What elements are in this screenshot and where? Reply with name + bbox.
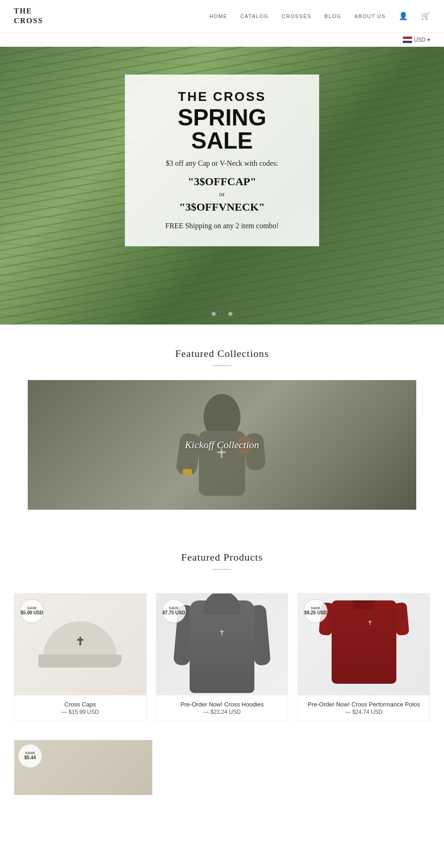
dot-3[interactable] [228, 312, 233, 316]
hoodie-body: ✝ [190, 600, 254, 693]
save-label-partial: SAVE [25, 751, 35, 756]
hero-banner: THE CROSS SPRING SALE $3 off any Cap or … [0, 47, 444, 325]
hero-title: SPRING SALE [147, 106, 297, 152]
dot-1[interactable] [211, 312, 216, 316]
cart-icon[interactable]: 🛒 [421, 12, 430, 20]
flag-icon [403, 37, 412, 43]
save-amount-partial: $5.44 [24, 755, 36, 761]
featured-collections-title: Featured Collections [0, 348, 444, 360]
svg-rect-6 [217, 451, 226, 453]
cap-shape: ✝ [43, 621, 117, 668]
save-badge-partial: SAVE $5.44 [18, 744, 42, 768]
cap-brim [38, 655, 122, 668]
product-price-polos: — $24.74 USD [303, 709, 424, 715]
currency-selector[interactable]: USD ▾ [403, 37, 430, 43]
product-card-hoodies[interactable]: SAVE $7.75 USD ✝ Pre-Order Now! Cro [156, 593, 289, 721]
featured-products-title: Featured Products [0, 551, 444, 563]
hero-or: or [147, 190, 297, 198]
nav-about[interactable]: ABOUT US [354, 13, 386, 19]
account-icon[interactable]: 👤 [399, 12, 408, 20]
svg-rect-7 [183, 469, 192, 475]
product-card-caps[interactable]: SAVE $5.00 USD ✝ Cross Caps — $15.99 USD [14, 593, 147, 721]
hoodie-hood [204, 593, 240, 614]
hero-free-shipping: FREE Shipping on any 2 item combo! [147, 220, 297, 231]
nav-blog[interactable]: BLOG [324, 13, 341, 19]
polo-body: ✝ [332, 600, 396, 684]
products-divider [213, 569, 231, 570]
polo-collar [352, 600, 376, 610]
save-amount-caps: $5.00 USD [21, 610, 43, 616]
hero-dots [211, 312, 233, 316]
featured-products-header: Featured Products [0, 528, 444, 584]
product-info-hoodies: Pre-Order Now! Cross Hoodies — $23.24 US… [156, 695, 288, 721]
hero-brand: THE CROSS [147, 89, 297, 104]
site-logo[interactable]: THE CROSS [14, 6, 43, 26]
product-info-caps: Cross Caps — $15.99 USD [14, 695, 146, 721]
polo-cross-symbol: ✝ [367, 619, 373, 627]
save-label-polo: SAVE [311, 606, 321, 611]
partial-product-card[interactable]: SAVE $5.44 [14, 740, 153, 795]
product-price-hoodies: — $23.24 USD [162, 709, 283, 715]
chevron-down-icon: ▾ [427, 37, 430, 43]
product-card-polos[interactable]: SAVE $8.25 USD ✝ Pre-Order Now! Cro [297, 593, 430, 721]
products-grid-container: SAVE $5.00 USD ✝ Cross Caps — $15.99 USD [0, 593, 444, 740]
save-badge-polos: SAVE $8.25 USD [303, 599, 327, 623]
hero-subtitle: $3 off any Cap or V-Neck with codes: [147, 158, 297, 169]
save-amount-hoodies: $7.75 USD [162, 610, 185, 616]
hero-card: THE CROSS SPRING SALE $3 off any Cap or … [125, 75, 319, 247]
product-name-caps: Cross Caps [20, 701, 141, 708]
save-label-hoodie: SAVE [169, 606, 179, 611]
navigation: THE CROSS HOME CATALOG CROSSES BLOG ABOU… [0, 0, 444, 33]
product-name-polos: Pre-Order Now! Cross Performance Polos [303, 701, 424, 708]
featured-collections-header: Featured Collections [0, 325, 444, 380]
save-amount-polos: $8.25 USD [304, 610, 327, 616]
collection-label: Kickoff Collection [185, 439, 259, 451]
section-divider [213, 365, 231, 366]
nav-links: HOME CATALOG CROSSES BLOG ABOUT US 👤 🛒 [210, 12, 430, 20]
nav-catalog[interactable]: CATALOG [240, 13, 269, 19]
collection-banner[interactable]: Kickoff Collection [28, 380, 416, 510]
hero-code2: "3$OFFVNECK" [147, 198, 297, 216]
nav-crosses[interactable]: CROSSES [282, 13, 311, 19]
nav-home[interactable]: HOME [210, 13, 228, 19]
hoodie-cross-symbol: ✝ [219, 628, 225, 637]
products-partial-row: SAVE $5.44 [0, 740, 444, 814]
product-info-polos: Pre-Order Now! Cross Performance Polos —… [298, 695, 430, 721]
save-label: SAVE [27, 606, 37, 611]
hero-code1: "3$OFFCAP" [147, 173, 297, 190]
product-price-caps: — $15.99 USD [20, 709, 141, 715]
product-name-hoodies: Pre-Order Now! Cross Hoodies [162, 701, 283, 708]
products-grid: SAVE $5.00 USD ✝ Cross Caps — $15.99 USD [14, 593, 430, 721]
dot-2[interactable] [220, 312, 224, 316]
currency-bar: USD ▾ [0, 33, 444, 47]
save-badge-hoodies: SAVE $7.75 USD [162, 599, 186, 623]
cap-cross-symbol: ✝ [75, 635, 85, 648]
currency-label: USD [414, 37, 426, 43]
save-badge-caps: SAVE $5.00 USD [20, 599, 44, 623]
